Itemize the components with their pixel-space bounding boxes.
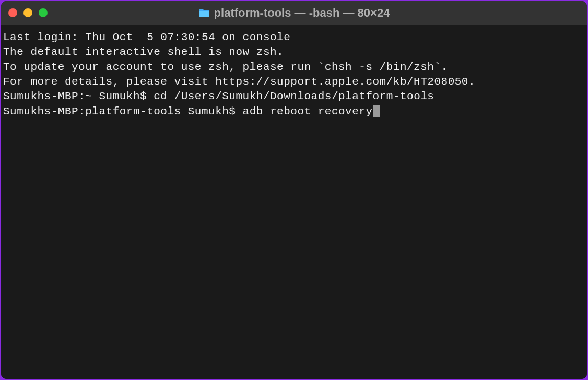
folder-icon — [198, 8, 210, 18]
minimize-button[interactable] — [23, 8, 32, 17]
terminal-line: The default interactive shell is now zsh… — [3, 45, 585, 60]
terminal-line: For more details, please visit https://s… — [3, 75, 585, 89]
prompt-prefix: Sumukhs-MBP:platform-tools Sumukh$ — [3, 105, 243, 117]
title-wrap: platform-tools — -bash — 80×24 — [1, 6, 587, 20]
command-text: cd /Users/Sumukh/Downloads/platform-tool… — [154, 90, 434, 102]
traffic-lights — [8, 8, 48, 17]
command-text: adb reboot recovery — [243, 105, 373, 117]
prompt-prefix: Sumukhs-MBP:~ Sumukh$ — [3, 90, 154, 102]
zoom-button[interactable] — [39, 8, 48, 17]
terminal-window: platform-tools — -bash — 80×24 Last logi… — [1, 1, 587, 379]
terminal-prompt-line: Sumukhs-MBP:platform-tools Sumukh$ adb r… — [3, 104, 585, 119]
titlebar[interactable]: platform-tools — -bash — 80×24 — [1, 1, 587, 25]
cursor — [373, 105, 380, 117]
terminal-line: To update your account to use zsh, pleas… — [3, 60, 585, 75]
close-button[interactable] — [8, 8, 17, 17]
terminal-body[interactable]: Last login: Thu Oct 5 07:30:54 on consol… — [1, 25, 587, 379]
terminal-line: Last login: Thu Oct 5 07:30:54 on consol… — [3, 30, 585, 45]
window-title: platform-tools — -bash — 80×24 — [214, 6, 390, 20]
terminal-prompt-line: Sumukhs-MBP:~ Sumukh$ cd /Users/Sumukh/D… — [3, 89, 585, 104]
